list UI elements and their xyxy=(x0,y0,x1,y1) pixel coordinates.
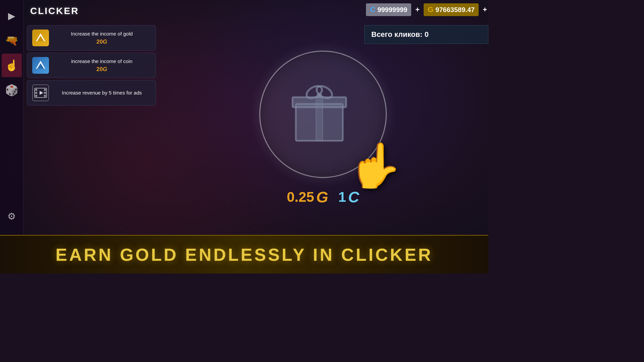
upgrade-gold-income-title: Increase the income of gold xyxy=(53,31,151,37)
sidebar-item-clicker[interactable]: ☝️ xyxy=(2,54,22,77)
gold-plus-button[interactable]: + xyxy=(481,5,488,14)
gold-badge: G 97663589.47 xyxy=(424,3,479,16)
upgrade-gold-income-icon xyxy=(32,29,49,46)
clicker-icon: ☝️ xyxy=(5,59,18,72)
coin-currency-icon: C xyxy=(370,5,375,14)
gold-currency-icon: G xyxy=(428,5,433,14)
video-icon-svg xyxy=(34,86,47,100)
svg-marker-11 xyxy=(40,91,43,95)
sidebar-item-dice[interactable]: 🎲 xyxy=(2,78,22,102)
upgrade-coin-income-icon xyxy=(32,57,49,74)
sidebar: ▶ 🔫 ☝️ 🎲 ⚙ xyxy=(0,0,23,235)
banner-text: EARN GOLD ENDLESSLY IN CLICKER xyxy=(56,245,433,265)
page-title: CLICKER xyxy=(30,6,79,16)
topbar: CLICKER C 99999999 + G 97663589.47 + xyxy=(23,0,488,22)
gun-icon: 🔫 xyxy=(5,34,18,47)
cursor-hand: 👆 xyxy=(348,143,402,187)
svg-rect-5 xyxy=(35,89,37,91)
coin-plus-button[interactable]: + xyxy=(414,5,421,14)
svg-rect-17 xyxy=(316,97,323,141)
svg-rect-9 xyxy=(44,92,46,94)
coin-badge: C 99999999 xyxy=(366,3,411,16)
total-clicks-text: Всего кликов: 0 xyxy=(371,30,429,39)
income-gold-icon: G xyxy=(316,188,328,206)
upgrade-card-gold-income[interactable]: Increase the income of gold 20G xyxy=(27,25,156,51)
upgrade-gold-income-text: Increase the income of gold 20G xyxy=(53,31,151,45)
sidebar-item-play[interactable]: ▶ xyxy=(2,4,22,27)
income-gold-value: 0.25 xyxy=(287,189,314,205)
sidebar-item-gun[interactable]: 🔫 xyxy=(2,29,22,52)
play-icon: ▶ xyxy=(8,10,15,21)
gift-box-svg xyxy=(282,74,356,147)
dice-icon: 🎲 xyxy=(5,84,18,97)
upgrade-gold-income-cost: 20G xyxy=(53,39,151,45)
clicker-area: 👆 0.25 G 1 C xyxy=(158,22,488,235)
svg-rect-8 xyxy=(44,89,46,91)
svg-rect-7 xyxy=(35,95,37,97)
upgrade-ad-revenue-title: Increase revenue by 5 times for ads xyxy=(53,89,151,96)
income-coin-display: 1 C xyxy=(338,188,359,206)
bottom-banner: EARN GOLD ENDLESSLY IN CLICKER xyxy=(0,235,488,274)
sidebar-item-settings[interactable]: ⚙ xyxy=(2,204,22,228)
total-clicks-panel: Всего кликов: 0 xyxy=(364,25,488,44)
upgrades-panel: Increase the income of gold 20G increase… xyxy=(25,22,158,109)
upgrade-coin-income-title: increase the income of coin xyxy=(53,58,151,65)
upgrade-coin-income-cost: 20G xyxy=(53,66,151,73)
income-gold-display: 0.25 G xyxy=(287,188,328,206)
upgrade-ad-revenue-icon xyxy=(32,84,49,101)
svg-rect-10 xyxy=(44,95,46,97)
income-coin-value: 1 xyxy=(338,189,346,205)
upgrade-card-coin-income[interactable]: increase the income of coin 20G xyxy=(27,53,156,78)
settings-icon: ⚙ xyxy=(7,211,16,222)
arrow-up-gold-svg xyxy=(35,32,47,44)
upgrade-ad-revenue-text: Increase revenue by 5 times for ads xyxy=(53,89,151,96)
upgrade-coin-income-text: increase the income of coin 20G xyxy=(53,58,151,73)
gold-value: 97663589.47 xyxy=(435,6,475,14)
clicker-button[interactable]: 👆 xyxy=(259,51,387,178)
coin-value: 99999999 xyxy=(377,6,407,14)
income-display: 0.25 G 1 C xyxy=(287,188,359,206)
svg-rect-6 xyxy=(35,92,37,94)
arrow-up-coin-svg xyxy=(35,59,47,71)
currency-bar: C 99999999 + G 97663589.47 + xyxy=(366,3,488,16)
income-coin-icon: C xyxy=(348,188,359,206)
upgrade-card-ad-revenue[interactable]: Increase revenue by 5 times for ads xyxy=(27,80,156,106)
